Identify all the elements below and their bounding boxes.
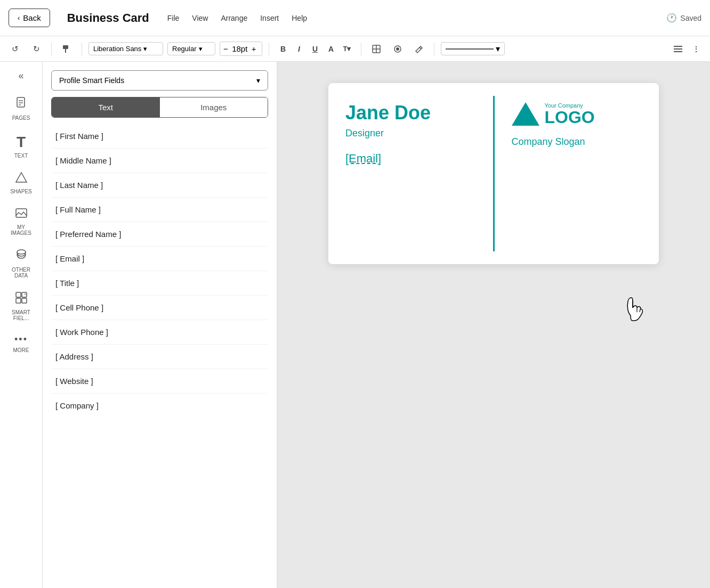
font-family-value: Liberation Sans xyxy=(93,45,141,53)
tab-text[interactable]: Text xyxy=(52,97,160,117)
font-family-chevron: ▾ xyxy=(143,45,147,53)
line-style-control[interactable]: ▾ xyxy=(441,42,505,55)
toolbar-separator-4 xyxy=(361,43,361,55)
menu-view[interactable]: View xyxy=(191,12,209,24)
field-first-name[interactable]: [ First Name ] xyxy=(51,124,268,149)
svg-marker-15 xyxy=(16,173,27,182)
undo-button[interactable]: ↺ xyxy=(6,40,23,58)
my-images-icon xyxy=(15,207,28,222)
more-text-button[interactable]: T▾ xyxy=(340,42,354,56)
svg-rect-20 xyxy=(16,298,21,303)
italic-button[interactable]: I xyxy=(292,42,306,56)
pen-icon xyxy=(414,44,424,54)
card-left-section: Jane Doe Designer [Email] xyxy=(328,83,493,264)
menu-help[interactable]: Help xyxy=(291,12,308,24)
back-arrow-icon: ‹ xyxy=(18,14,20,22)
field-cell-phone[interactable]: [ Cell Phone ] xyxy=(51,296,268,320)
sidebar-item-my-images[interactable]: MY IMAGES xyxy=(2,202,41,241)
text-format-buttons: B I U A T▾ xyxy=(276,42,354,56)
field-title[interactable]: [ Title ] xyxy=(51,271,268,296)
font-style-value: Regular xyxy=(172,45,197,53)
saved-indicator: 🕐 Saved xyxy=(666,13,701,23)
svg-line-7 xyxy=(419,47,421,49)
field-work-phone[interactable]: [ Work Phone ] xyxy=(51,320,268,345)
shapes-icon xyxy=(15,172,28,186)
fill-button[interactable] xyxy=(389,40,406,58)
dropdown-label: Profile Smart Fields xyxy=(59,76,124,85)
sidebar-item-other-data[interactable]: OTHER DATA xyxy=(2,243,41,284)
sidebar-item-smart-fields[interactable]: + SMART FIEL... xyxy=(2,286,41,326)
fill-icon xyxy=(393,44,402,54)
table-icon xyxy=(372,44,381,54)
svg-rect-11 xyxy=(17,97,25,107)
other-data-icon xyxy=(15,249,27,265)
saved-label: Saved xyxy=(680,14,701,22)
collapse-sidebar-button[interactable]: « xyxy=(12,66,31,85)
svg-text:+: + xyxy=(23,292,26,297)
cursor-hand-icon xyxy=(623,296,644,326)
back-button[interactable]: ‹ Back xyxy=(9,9,50,27)
pages-icon xyxy=(15,97,27,113)
icon-sidebar: « PAGES T TEXT SHAPES MY IMAGES xyxy=(0,62,43,588)
more-icon: ••• xyxy=(14,334,28,345)
card-name: Jane Doe xyxy=(345,102,476,124)
sidebar-item-text[interactable]: T TEXT xyxy=(2,128,41,164)
field-middle-name[interactable]: [ Middle Name ] xyxy=(51,149,268,173)
business-card-preview: Jane Doe Designer [Email] Your Company L… xyxy=(328,83,659,264)
align-button[interactable] xyxy=(671,42,685,56)
tab-images[interactable]: Images xyxy=(160,97,268,117)
font-style-select[interactable]: Regular ▾ xyxy=(167,42,215,55)
top-bar: ‹ Back Business Card File View Arrange I… xyxy=(0,0,710,36)
table-button[interactable] xyxy=(368,40,385,58)
font-size-plus[interactable]: + xyxy=(252,44,256,53)
tab-toggle: Text Images xyxy=(51,97,268,118)
menu-file[interactable]: File xyxy=(166,12,181,24)
card-right-section: Your Company LOGO Company Slogan xyxy=(495,83,659,264)
field-last-name[interactable]: [ Last Name ] xyxy=(51,173,268,198)
align-icon xyxy=(673,45,683,53)
more-options-button[interactable]: ⋮ xyxy=(689,42,704,56)
logo-triangle-icon xyxy=(512,102,539,126)
paint-format-button[interactable] xyxy=(58,40,75,58)
document-title: Business Card xyxy=(67,11,149,25)
menu-arrange[interactable]: Arrange xyxy=(220,12,248,24)
sidebar-item-shapes[interactable]: SHAPES xyxy=(2,166,41,200)
logo-text-area: Your Company LOGO xyxy=(545,102,595,126)
card-email[interactable]: [Email] xyxy=(345,152,476,166)
field-email[interactable]: [ Email ] xyxy=(51,247,268,271)
pen-button[interactable] xyxy=(410,40,427,58)
font-family-select[interactable]: Liberation Sans ▾ xyxy=(88,42,163,55)
sidebar-item-pages[interactable]: PAGES xyxy=(2,92,41,126)
field-preferred-name[interactable]: [ Preferred Name ] xyxy=(51,222,268,247)
redo-button[interactable]: ↻ xyxy=(28,40,45,58)
field-list: [ First Name ] [ Middle Name ] [ Last Na… xyxy=(51,124,268,418)
svg-rect-16 xyxy=(16,209,27,217)
font-size-minus[interactable]: − xyxy=(223,44,228,53)
smart-fields-icon: + xyxy=(15,291,28,307)
toolbar-separator-2 xyxy=(82,43,82,55)
field-address[interactable]: [ Address ] xyxy=(51,345,268,369)
field-website[interactable]: [ Website ] xyxy=(51,369,268,394)
profile-smart-fields-dropdown[interactable]: Profile Smart Fields ▾ xyxy=(51,70,268,91)
menu-insert[interactable]: Insert xyxy=(259,12,280,24)
text-label: TEXT xyxy=(14,153,28,159)
dropdown-chevron-icon: ▾ xyxy=(256,76,260,85)
field-company[interactable]: [ Company ] xyxy=(51,394,268,418)
line-style-chevron: ▾ xyxy=(496,44,500,54)
field-full-name[interactable]: [ Full Name ] xyxy=(51,198,268,222)
card-slogan: Company Slogan xyxy=(512,136,585,148)
logo-area: Your Company LOGO xyxy=(512,102,595,126)
svg-point-6 xyxy=(396,47,399,51)
text-icon: T xyxy=(17,134,26,151)
underline-button[interactable]: U xyxy=(308,42,322,56)
font-size-value[interactable]: 18pt xyxy=(229,44,251,53)
text-color-button[interactable]: A xyxy=(324,42,338,56)
my-images-label: MY IMAGES xyxy=(6,224,36,236)
svg-rect-0 xyxy=(63,45,68,49)
svg-line-26 xyxy=(640,309,640,312)
bold-button[interactable]: B xyxy=(276,42,291,56)
line-style-preview xyxy=(446,48,494,50)
sidebar-item-more[interactable]: ••• MORE xyxy=(2,329,41,358)
toolbar-separator-3 xyxy=(269,43,269,55)
canvas-area[interactable]: Jane Doe Designer [Email] Your Company L… xyxy=(277,62,710,588)
